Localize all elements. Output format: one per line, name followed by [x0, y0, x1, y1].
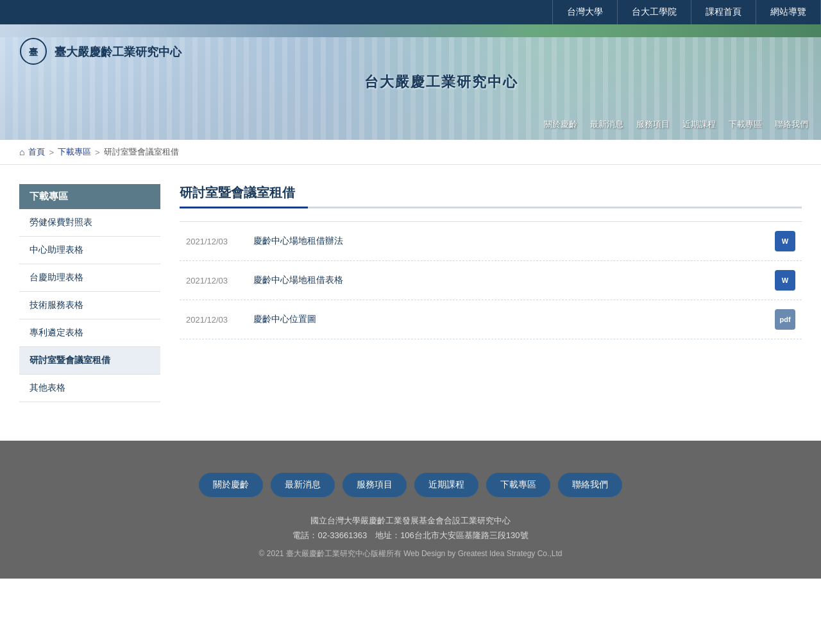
- file-date-2: 2021/12/03: [186, 315, 241, 325]
- topnav-item-2[interactable]: 課程首頁: [691, 0, 756, 24]
- secnav-item-2[interactable]: 服務項目: [636, 119, 670, 130]
- file-row: 2021/12/03 慶齡中心場地租借表格 W: [180, 261, 802, 300]
- sidebar-item-5[interactable]: 研討室暨會議室租借: [19, 347, 160, 375]
- footer-nav-item-2[interactable]: 服務項目: [343, 473, 407, 497]
- sidebar-item-4[interactable]: 專利遴定表格: [19, 319, 160, 347]
- footer-nav-item-0[interactable]: 關於慶齡: [199, 473, 263, 497]
- secnav-item-3[interactable]: 近期課程: [682, 119, 716, 130]
- footer: 關於慶齡 最新消息 服務項目 近期課程 下載專區 聯絡我們 國立台灣大學嚴慶齡工…: [0, 441, 821, 579]
- secnav-item-1[interactable]: 最新消息: [590, 119, 623, 130]
- footer-info: 國立台灣大學嚴慶齡工業發展基金會合設工業研究中心 電話：02-33661363 …: [13, 513, 808, 543]
- sidebar: 下載專區 勞健保費對照表 中心助理表格 台慶助理表格 技術服務表格 專利遴定表格…: [19, 184, 160, 402]
- secnav-item-5[interactable]: 聯絡我們: [775, 119, 808, 130]
- breadcrumb-home[interactable]: 首頁: [28, 146, 45, 158]
- file-name-0[interactable]: 慶齡中心場地租借辦法: [253, 235, 762, 247]
- footer-nav-item-4[interactable]: 下載專區: [486, 473, 550, 497]
- secnav-item-4[interactable]: 下載專區: [729, 119, 762, 130]
- breadcrumb-level1[interactable]: 下載專區: [58, 146, 91, 158]
- breadcrumb: ⌂ 首頁 > 下載專區 > 研討室暨會議室租借: [0, 140, 821, 165]
- footer-nav-item-1[interactable]: 最新消息: [271, 473, 335, 497]
- sidebar-item-3[interactable]: 技術服務表格: [19, 292, 160, 319]
- svg-text:臺: 臺: [29, 47, 38, 57]
- sidebar-item-0[interactable]: 勞健保費對照表: [19, 209, 160, 237]
- top-navigation: 台灣大學 台大工學院 課程首頁 網站導覽: [0, 0, 821, 24]
- file-name-1[interactable]: 慶齡中心場地租借表格: [253, 275, 762, 286]
- logo-area: 臺 臺大嚴慶齡工業研究中心: [19, 37, 182, 66]
- footer-copyright: © 2021 臺大嚴慶齡工業研究中心版權所有 Web Design by Gre…: [13, 548, 808, 559]
- sidebar-item-2[interactable]: 台慶助理表格: [19, 264, 160, 292]
- file-list: 2021/12/03 慶齡中心場地租借辦法 W 2021/12/03 慶齡中心場…: [180, 221, 802, 339]
- hero-center-label: 台大嚴慶工業研究中心: [364, 72, 518, 92]
- sidebar-item-1[interactable]: 中心助理表格: [19, 237, 160, 264]
- breadcrumb-sep-2: >: [95, 148, 100, 157]
- footer-nav-item-5[interactable]: 聯絡我們: [558, 473, 622, 497]
- file-date-1: 2021/12/03: [186, 276, 241, 285]
- footer-org-name: 國立台灣大學嚴慶齡工業發展基金會合設工業研究中心: [13, 513, 808, 528]
- secnav-item-0[interactable]: 關於慶齡: [544, 119, 577, 130]
- logo-icon: 臺: [19, 37, 48, 66]
- site-header: 臺 臺大嚴慶齡工業研究中心 台大嚴慶工業研究中心 關於慶齡 最新消息 服務項目 …: [0, 24, 821, 140]
- footer-nav-item-3[interactable]: 近期課程: [414, 473, 478, 497]
- topnav-item-3[interactable]: 網站導覽: [756, 0, 821, 24]
- file-row: 2021/12/03 慶齡中心場地租借辦法 W: [180, 222, 802, 261]
- footer-navigation: 關於慶齡 最新消息 服務項目 近期課程 下載專區 聯絡我們: [13, 473, 808, 497]
- secondary-navigation: 關於慶齡 最新消息 服務項目 近期課程 下載專區 聯絡我們: [544, 119, 808, 130]
- sidebar-title: 下載專區: [19, 184, 160, 209]
- title-underline: [180, 207, 802, 208]
- file-name-2[interactable]: 慶齡中心位置圖: [253, 314, 762, 325]
- sidebar-item-6[interactable]: 其他表格: [19, 375, 160, 402]
- main-content: 研討室暨會議室租借 2021/12/03 慶齡中心場地租借辦法 W 2021/1…: [180, 184, 802, 402]
- topnav-item-1[interactable]: 台大工學院: [618, 0, 691, 24]
- footer-address: 106台北市大安區基隆路三段130號: [400, 530, 528, 540]
- footer-contact: 電話：02-33661363 地址：106台北市大安區基隆路三段130號: [13, 528, 808, 543]
- footer-address-label: 地址：: [375, 530, 400, 540]
- breadcrumb-level2: 研討室暨會議室租借: [104, 146, 179, 158]
- file-date-0: 2021/12/03: [186, 237, 241, 246]
- file-row: 2021/12/03 慶齡中心位置圖 pdf: [180, 300, 802, 339]
- main-layout: 下載專區 勞健保費對照表 中心助理表格 台慶助理表格 技術服務表格 專利遴定表格…: [0, 165, 821, 441]
- page-title: 研討室暨會議室租借: [180, 184, 802, 201]
- footer-phone-label: 電話：: [292, 530, 317, 540]
- breadcrumb-sep-1: >: [49, 148, 54, 157]
- file-icon-pdf-2[interactable]: pdf: [775, 309, 795, 330]
- topnav-item-0[interactable]: 台灣大學: [552, 0, 618, 24]
- file-icon-word-0[interactable]: W: [775, 231, 795, 251]
- footer-phone: 02-33661363: [317, 530, 367, 540]
- file-icon-word-1[interactable]: W: [775, 270, 795, 291]
- logo-text: 臺大嚴慶齡工業研究中心: [55, 44, 182, 60]
- home-icon: ⌂: [19, 147, 24, 157]
